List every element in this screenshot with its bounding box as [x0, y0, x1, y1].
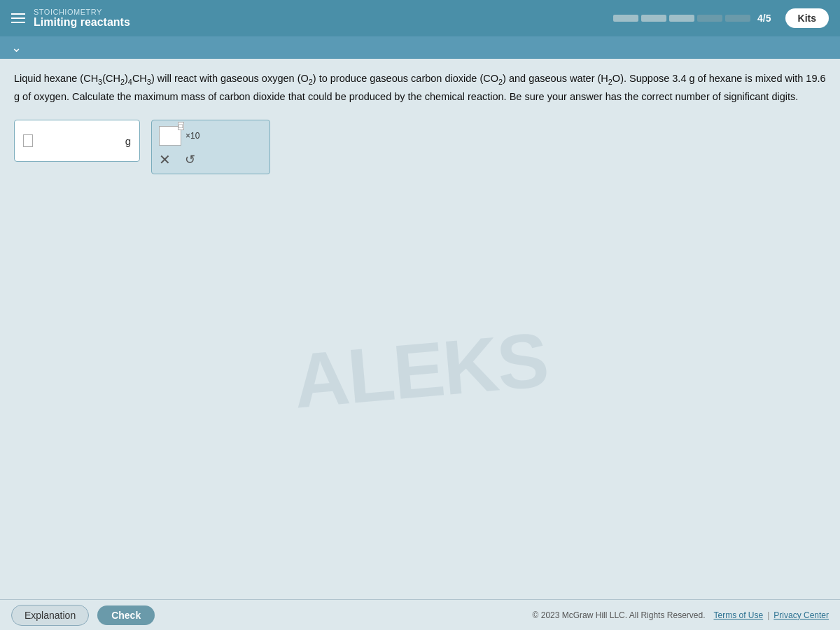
progress-seg-1 — [613, 15, 638, 22]
chevron-row: ⌄ — [0, 36, 840, 59]
toolbar-input-container: □ — [159, 126, 181, 146]
privacy-center-link[interactable]: Privacy Center — [774, 610, 829, 620]
hexane-formula: (CH3(CH2)4CH3) — [80, 73, 154, 84]
problem-intro: Liquid hexane — [14, 73, 80, 84]
toolbar-box: □ ×10 ✕ ↺ — [151, 120, 270, 174]
chevron-down-icon[interactable]: ⌄ — [11, 40, 22, 55]
progress-seg-5 — [725, 15, 750, 22]
answer-area: g □ ×10 ✕ ↺ — [14, 120, 826, 174]
sup-indicator-icon: □ — [178, 122, 184, 130]
toolbar-x10-label: ×10 — [186, 131, 200, 141]
toolbar-undo-button[interactable]: ↺ — [185, 152, 195, 167]
co2-formula: (CO2) — [479, 73, 505, 84]
header-progress: 4/5 Kits — [613, 8, 829, 28]
answer-input[interactable] — [37, 134, 121, 147]
progress-seg-3 — [669, 15, 694, 22]
watermark-text: ALEKS — [290, 314, 551, 425]
terms-of-use-link[interactable]: Terms of Use — [713, 610, 763, 620]
progress-seg-4 — [697, 15, 722, 22]
toolbar-bottom: ✕ ↺ — [159, 151, 262, 168]
progress-count: 4/5 — [757, 13, 771, 24]
progress-bars — [613, 15, 750, 22]
unit-label: g — [125, 135, 131, 147]
input-checkbox-icon — [23, 134, 33, 147]
answer-input-box: g — [14, 120, 140, 162]
explanation-button[interactable]: Explanation — [11, 605, 89, 626]
problem-middle3: and gaseous water — [509, 73, 598, 84]
toolbar-top: □ ×10 — [159, 126, 262, 146]
footer-copyright: © 2023 McGraw Hill LLC. All Rights Reser… — [533, 610, 829, 620]
header: STOICHIOMETRY Limiting reactants 4/5 Kit… — [0, 0, 840, 36]
h2o-formula: (H2O). — [598, 73, 627, 84]
o2-formula: (O2) — [298, 73, 316, 84]
header-subtitle: STOICHIOMETRY — [34, 8, 130, 16]
problem-middle2: to produce gaseous carbon dioxide — [319, 73, 480, 84]
watermark-area: ALEKS — [0, 171, 840, 568]
problem-text: Liquid hexane (CH3(CH2)4CH3) will react … — [14, 70, 826, 106]
progress-seg-2 — [641, 15, 666, 22]
header-title-block: STOICHIOMETRY Limiting reactants — [34, 8, 130, 29]
separator-2: | — [767, 610, 769, 620]
problem-middle1: will react with gaseous oxygen — [158, 73, 298, 84]
footer: Explanation Check © 2023 McGraw Hill LLC… — [0, 599, 840, 630]
toolbar-clear-button[interactable]: ✕ — [159, 151, 171, 168]
copyright-text: © 2023 McGraw Hill LLC. All Rights Reser… — [533, 610, 706, 620]
kits-button[interactable]: Kits — [785, 8, 829, 28]
main-content: Liquid hexane (CH3(CH2)4CH3) will react … — [0, 59, 840, 599]
header-title: Limiting reactants — [34, 16, 130, 29]
check-button[interactable]: Check — [97, 606, 155, 625]
hamburger-menu-icon[interactable] — [11, 13, 25, 23]
